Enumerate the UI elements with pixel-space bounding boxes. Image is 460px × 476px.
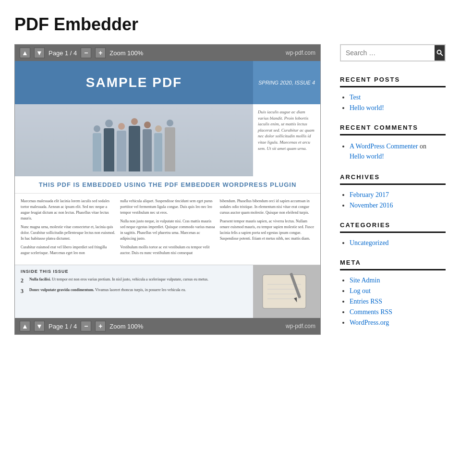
recent-comments-title: RECENT COMMENTS	[340, 124, 446, 135]
svg-rect-1	[263, 275, 306, 308]
col2-p1: nulla vehicula aliquet. Suspendisse tinc…	[120, 198, 215, 216]
col1-p3: Curabitur euismod erat vel libero imperd…	[21, 244, 115, 256]
pdf-inside-right-image	[253, 265, 320, 318]
category-uncategorized[interactable]: Uncategorized	[350, 239, 389, 246]
sidebar-meta: META Site Admin Log out Entries RSS Comm…	[340, 259, 446, 327]
pdf-subtitle: SPRING 2020, ISSUE 4	[258, 80, 315, 85]
col3-p2: Praesent tempor mauris sapien, ac viverr…	[220, 219, 315, 242]
meta-entries-rss[interactable]: Entries RSS	[350, 298, 382, 305]
inside-title: INSIDE THIS ISSUE	[21, 269, 247, 274]
pdf-watermark: wp-pdf.com	[286, 49, 315, 56]
pdf-body-columns: Maecenas malesuada elit lacinia lorem ia…	[15, 194, 320, 264]
page-wrapper: PDF Embedder ▲ ▼ Page 1 / 4 − + Zoom 100…	[0, 0, 460, 476]
search-button[interactable]	[435, 45, 445, 61]
search-box	[340, 44, 446, 61]
pdf-inside-left: INSIDE THIS ISSUE 2 Nulla facilisi. Ut t…	[15, 265, 253, 318]
pdf-toolbar-bottom: ▲ ▼ Page 1 / 4 − + Zoom 100% wp-pdf.com	[15, 318, 320, 334]
content-area: ▲ ▼ Page 1 / 4 − + Zoom 100% wp-pdf.com …	[14, 44, 446, 339]
zoom-indicator: Zoom 100%	[109, 49, 143, 57]
list-item: Log out	[350, 287, 446, 295]
meta-wordpress-org[interactable]: WordPress.org	[350, 319, 389, 326]
comment-author-link[interactable]: A WordPress Commenter	[350, 143, 418, 150]
pdf-col-2: nulla vehicula aliquet. Suspendisse tinc…	[120, 198, 215, 259]
next-page-button-bottom[interactable]: ▼	[34, 321, 45, 331]
inside-item1-text: Nulla facilisi. Ut tempor est non eros v…	[29, 277, 208, 285]
prev-page-button-bottom[interactable]: ▲	[20, 321, 30, 331]
svg-point-8	[437, 50, 441, 54]
archives-title: ARCHIVES	[340, 173, 446, 185]
page-indicator: Page 1 / 4	[48, 49, 77, 57]
list-item: Test	[350, 93, 446, 101]
svg-line-9	[440, 54, 443, 56]
inside-item-1: 2 Nulla facilisi. Ut tempor est non eros…	[21, 277, 247, 285]
archive-feb-2017[interactable]: February 2017	[350, 191, 389, 198]
pdf-toolbar-top: ▲ ▼ Page 1 / 4 − + Zoom 100% wp-pdf.com	[15, 45, 320, 61]
recent-post-hello[interactable]: Hello world!	[350, 104, 384, 111]
list-item: February 2017	[350, 191, 446, 199]
list-item: Entries RSS	[350, 297, 446, 305]
meta-site-admin[interactable]: Site Admin	[350, 277, 380, 284]
meta-list: Site Admin Log out Entries RSS Comments …	[340, 276, 446, 327]
inside-item2-bold: Donec vulputate gravida condimentum.	[29, 288, 94, 292]
recent-post-test[interactable]: Test	[350, 94, 361, 101]
sidebar-recent-posts: RECENT POSTS Test Hello world!	[340, 76, 446, 112]
pdf-inside-image	[253, 265, 320, 318]
list-item: A WordPress Commenter on Hello world!	[350, 141, 446, 161]
search-icon	[436, 49, 444, 57]
col1-p1: Maecenas malesuada elit lacinia lorem ia…	[21, 198, 115, 221]
pdf-header-subtitle-area: SPRING 2020, ISSUE 4	[253, 61, 320, 104]
meta-comments-rss[interactable]: Comments RSS	[350, 308, 392, 316]
categories-title: CATEGORIES	[340, 221, 446, 233]
pdf-main-title: SAMPLE PDF	[86, 75, 182, 90]
pdf-page: SAMPLE PDF SPRING 2020, ISSUE 4	[15, 61, 320, 318]
pdf-image-row: Duis iaculis augue ac diam varius blandi…	[15, 104, 320, 176]
comment-item: A WordPress Commenter on Hello world!	[350, 143, 426, 160]
pdf-inside-section: INSIDE THIS ISSUE 2 Nulla facilisi. Ut t…	[15, 265, 320, 318]
search-input[interactable]	[341, 45, 435, 61]
page-indicator-bottom: Page 1 / 4	[48, 323, 77, 330]
pdf-header-title-area: SAMPLE PDF	[15, 61, 253, 104]
zoom-in-button-bottom[interactable]: +	[95, 321, 106, 331]
inside-item2-rest: Vivamus laoreet rhoncus turpis, in posue…	[94, 288, 186, 292]
pdf-col-1: Maecenas malesuada elit lacinia lorem ia…	[21, 198, 115, 259]
pdf-viewer: ▲ ▼ Page 1 / 4 − + Zoom 100% wp-pdf.com …	[14, 44, 321, 335]
sidebar-categories: CATEGORIES Uncategorized	[340, 221, 446, 247]
meta-title: META	[340, 259, 446, 270]
col3-p1: bibendum. Phasellus bibendum orci id sap…	[220, 198, 315, 216]
zoom-indicator-bottom: Zoom 100%	[109, 323, 143, 330]
pdf-image-area	[15, 104, 253, 176]
zoom-in-button[interactable]: +	[95, 48, 106, 58]
meta-log-out[interactable]: Log out	[350, 287, 371, 294]
archives-list: February 2017 November 2016	[340, 191, 446, 209]
col2-p2: Nulla non justo neque, in vulputate nisi…	[120, 219, 215, 242]
site-title: PDF Embedder	[14, 14, 446, 35]
pdf-watermark-bottom: wp-pdf.com	[286, 323, 315, 330]
list-item: Hello world!	[350, 104, 446, 112]
pdf-article-title: THIS PDF IS EMBEDDED USING THE PDF EMBED…	[15, 176, 320, 194]
inside-item1-num: 2	[21, 277, 26, 285]
pdf-header: SAMPLE PDF SPRING 2020, ISSUE 4	[15, 61, 320, 104]
zoom-out-button[interactable]: −	[81, 48, 91, 58]
sidebar: RECENT POSTS Test Hello world! RECENT CO…	[340, 44, 446, 339]
prev-page-button[interactable]: ▲	[20, 48, 30, 58]
inside-item2-num: 3	[21, 287, 26, 295]
recent-comments-list: A WordPress Commenter on Hello world!	[340, 141, 446, 161]
categories-list: Uncategorized	[340, 239, 446, 247]
sidebar-recent-comments: RECENT COMMENTS A WordPress Commenter on…	[340, 124, 446, 161]
inside-item1-rest: Ut tempor est non eros varius pretium. I…	[51, 277, 208, 281]
recent-posts-list: Test Hello world!	[340, 93, 446, 112]
sidebar-archives: ARCHIVES February 2017 November 2016	[340, 173, 446, 209]
inside-item2-text: Donec vulputate gravida condimentum. Viv…	[29, 287, 186, 295]
inside-item1-bold: Nulla facilisi.	[29, 277, 51, 281]
col1-p2: Nunc magna urna, molestie vitae consecte…	[21, 224, 115, 242]
recent-posts-title: RECENT POSTS	[340, 76, 446, 87]
pdf-side-text: Duis iaculis augue ac diam varius blandi…	[253, 104, 320, 176]
list-item: WordPress.org	[350, 318, 446, 327]
list-item: Uncategorized	[350, 239, 446, 247]
list-item: Site Admin	[350, 276, 446, 284]
archive-nov-2016[interactable]: November 2016	[350, 202, 393, 209]
zoom-out-button-bottom[interactable]: −	[81, 321, 91, 331]
list-item: November 2016	[350, 201, 446, 209]
comment-post-link[interactable]: Hello world!	[350, 153, 384, 160]
next-page-button[interactable]: ▼	[34, 48, 45, 58]
